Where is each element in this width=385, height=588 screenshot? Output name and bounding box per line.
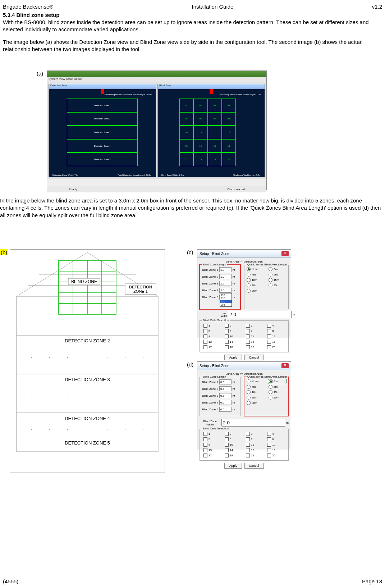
quick-zone-option[interactable]: 5m <box>269 385 286 389</box>
checkbox-icon[interactable] <box>203 437 207 441</box>
checkbox-icon[interactable] <box>267 340 271 344</box>
blind-cell-checkbox[interactable]: 20 <box>267 345 285 349</box>
quick-zone-option[interactable]: 20m <box>247 396 264 400</box>
blind-zone-width-input[interactable] <box>221 419 285 427</box>
checkbox-icon[interactable] <box>225 329 229 333</box>
blind-cell-checkbox[interactable]: 6 <box>225 437 242 441</box>
blind-zone-length-input[interactable] <box>219 400 232 405</box>
checkbox-icon[interactable] <box>203 443 207 447</box>
checkbox-icon[interactable] <box>267 453 271 457</box>
blind-zone-length-input[interactable] <box>219 393 232 398</box>
checkbox-icon[interactable] <box>246 324 250 328</box>
checkbox-icon[interactable] <box>267 437 271 441</box>
blind-cell-checkbox[interactable]: 13 <box>203 340 221 344</box>
cancel-button[interactable]: Cancel <box>244 355 264 360</box>
radio-icon[interactable] <box>269 385 272 389</box>
radio-icon[interactable] <box>247 396 251 400</box>
blind-zone-length-input[interactable] <box>219 386 232 391</box>
radio-icon[interactable] <box>247 273 251 277</box>
blind-zone-length-input[interactable] <box>219 407 232 412</box>
radio-icon[interactable] <box>269 390 272 394</box>
close-icon[interactable]: ✕ <box>281 251 289 256</box>
blind-cell-checkbox[interactable]: 15 <box>246 340 263 344</box>
blind-cell-checkbox[interactable]: 17 <box>203 453 221 457</box>
blind-cell-checkbox[interactable]: 1 <box>203 324 221 328</box>
quick-zone-option[interactable]: 15m <box>269 390 286 394</box>
checkbox-icon[interactable] <box>225 453 229 457</box>
radio-icon[interactable] <box>269 396 272 400</box>
blind-zone-width-input[interactable] <box>228 311 292 318</box>
checkbox-icon[interactable] <box>225 432 229 436</box>
radio-icon[interactable] <box>247 385 251 389</box>
checkbox-icon[interactable] <box>225 340 229 344</box>
blind-cell-checkbox[interactable]: 8 <box>267 329 285 333</box>
checkbox-icon[interactable] <box>246 448 250 452</box>
quick-zone-option[interactable]: 15m <box>269 278 286 282</box>
quick-zone-option[interactable]: 10m <box>247 390 264 394</box>
blind-zone-length-input[interactable] <box>219 281 232 286</box>
quick-zone-option[interactable]: 3m <box>269 267 286 271</box>
apply-button[interactable]: Apply <box>224 355 242 360</box>
apply-button[interactable]: Apply <box>224 463 242 469</box>
close-icon[interactable]: ✕ <box>281 363 289 368</box>
quick-zone-option[interactable]: None <box>247 267 264 271</box>
checkbox-icon[interactable] <box>203 448 207 452</box>
blind-cell-checkbox[interactable]: 14 <box>225 340 242 344</box>
checkbox-icon[interactable] <box>267 432 271 436</box>
quick-zone-option[interactable]: 20m <box>247 283 264 287</box>
quick-zone-option[interactable]: 3m <box>269 379 286 383</box>
blind-cell-checkbox[interactable]: 7 <box>246 329 263 333</box>
blind-cell-checkbox[interactable]: 12 <box>267 443 285 447</box>
radio-icon[interactable] <box>269 379 273 383</box>
checkbox-icon[interactable] <box>246 345 250 349</box>
quick-zone-option[interactable]: 25m <box>269 283 286 287</box>
blind-cell-checkbox[interactable]: 14 <box>225 448 242 452</box>
blind-cell-checkbox[interactable]: 6 <box>225 329 242 333</box>
checkbox-icon[interactable] <box>225 443 229 447</box>
radio-icon[interactable] <box>269 267 272 271</box>
quick-zone-option[interactable]: 10m <box>247 278 264 282</box>
blind-cell-checkbox[interactable]: 1 <box>203 432 221 436</box>
checkbox-icon[interactable] <box>225 334 229 338</box>
blind-zone-length-input[interactable] <box>219 274 232 279</box>
checkbox-icon[interactable] <box>267 334 271 338</box>
blind-cell-checkbox[interactable]: 4 <box>267 432 285 436</box>
blind-cell-checkbox[interactable]: 5 <box>203 437 221 441</box>
checkbox-icon[interactable] <box>203 334 207 338</box>
checkbox-icon[interactable] <box>267 345 271 349</box>
blind-cell-checkbox[interactable]: 13 <box>203 448 221 452</box>
checkbox-icon[interactable] <box>246 443 250 447</box>
quick-zone-option[interactable]: 4m <box>247 273 264 277</box>
checkbox-icon[interactable] <box>203 329 207 333</box>
radio-icon[interactable] <box>247 289 251 293</box>
checkbox-icon[interactable] <box>203 432 207 436</box>
radio-icon[interactable] <box>269 283 272 287</box>
blind-cell-checkbox[interactable]: 9 <box>203 443 221 447</box>
checkbox-icon[interactable] <box>203 345 207 349</box>
blind-cell-checkbox[interactable]: 2 <box>225 432 242 436</box>
radio-icon[interactable] <box>247 401 251 405</box>
checkbox-icon[interactable] <box>246 437 250 441</box>
checkbox-icon[interactable] <box>225 448 229 452</box>
blind-cell-checkbox[interactable]: 4 <box>267 324 285 328</box>
radio-icon[interactable] <box>247 379 251 383</box>
radio-icon[interactable] <box>269 273 272 277</box>
blind-cell-checkbox[interactable]: 11 <box>246 334 263 338</box>
checkbox-icon[interactable] <box>203 340 207 344</box>
blind-cell-checkbox[interactable]: 8 <box>267 437 285 441</box>
quick-zone-option[interactable]: 30m <box>247 289 264 293</box>
radio-icon[interactable] <box>269 278 272 282</box>
checkbox-icon[interactable] <box>246 432 250 436</box>
blind-cell-checkbox[interactable]: 16 <box>267 448 285 452</box>
checkbox-icon[interactable] <box>246 340 250 344</box>
checkbox-icon[interactable] <box>267 324 271 328</box>
checkbox-icon[interactable] <box>246 329 250 333</box>
blind-cell-checkbox[interactable]: 2 <box>225 324 242 328</box>
blind-zone-length-input[interactable] <box>219 379 232 384</box>
blind-cell-checkbox[interactable]: 10 <box>225 334 242 338</box>
radio-icon[interactable] <box>247 267 251 271</box>
blind-cell-checkbox[interactable]: 3 <box>246 432 263 436</box>
blind-zone-length-input[interactable] <box>219 288 232 293</box>
blind-cell-checkbox[interactable]: 18 <box>225 345 242 349</box>
blind-zone-length-input[interactable] <box>219 267 232 272</box>
